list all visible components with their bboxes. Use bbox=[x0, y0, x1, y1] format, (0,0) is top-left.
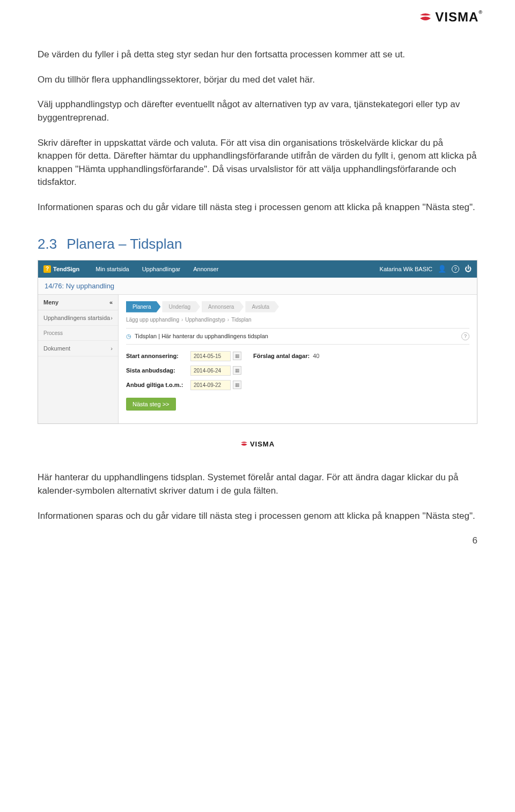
value-suggest-days: 40 bbox=[313, 353, 319, 359]
brand-logo-small: VISMA bbox=[38, 440, 477, 450]
input-last-date[interactable] bbox=[190, 366, 231, 376]
step-planera[interactable]: Planera bbox=[126, 301, 160, 312]
chevron-right-icon: › bbox=[111, 345, 113, 352]
row-start-annonsering: Start annonsering: ▦ Förslag antal dagar… bbox=[126, 351, 469, 361]
app-brand-name: TendSign bbox=[53, 266, 79, 272]
app-screenshot: ? TendSign Min startsida Upphandlingar A… bbox=[38, 260, 477, 424]
step-underlag[interactable]: Underlag bbox=[162, 301, 200, 312]
brand-name: VISMA® bbox=[435, 10, 483, 25]
nav-upphandlingar[interactable]: Upphandlingar bbox=[136, 264, 187, 274]
paragraph-4: Skriv därefter in uppskattat värde och v… bbox=[38, 137, 477, 190]
row-anbud-giltiga: Anbud giltiga t.o.m.: ▦ bbox=[126, 380, 469, 390]
visma-logo-icon bbox=[240, 440, 248, 448]
label-valid: Anbud giltiga t.o.m.: bbox=[126, 382, 190, 388]
label-suggest-days: Förslag antal dagar: bbox=[253, 353, 310, 359]
row-sista-anbudsdag: Sista anbudsdag: ▦ bbox=[126, 366, 469, 376]
help-icon[interactable]: ? bbox=[452, 265, 459, 273]
next-step-button[interactable]: Nästa steg >> bbox=[126, 398, 176, 411]
brand-name-small: VISMA bbox=[250, 440, 275, 448]
step-avsluta[interactable]: Avsluta bbox=[245, 301, 279, 312]
calendar-icon[interactable]: ▦ bbox=[233, 352, 241, 360]
user-icon[interactable]: 👤 bbox=[438, 265, 446, 273]
nav-home[interactable]: Min startsida bbox=[89, 264, 135, 274]
sidebar-menu-header[interactable]: Meny« bbox=[38, 295, 118, 310]
section-number: 2.3 bbox=[38, 236, 57, 252]
app-main: Planera Underlag Annonsera Avsluta Lägg … bbox=[119, 295, 477, 423]
visma-logo-icon bbox=[419, 11, 432, 24]
sidebar-item-dokument[interactable]: Dokument› bbox=[38, 341, 118, 356]
app-subheader: 14/76: Ny upphandling bbox=[38, 278, 477, 295]
steps-row: Planera Underlag Annonsera Avsluta bbox=[126, 301, 469, 312]
paragraph-after-1: Här hanterar du upphandlingens tidsplan.… bbox=[38, 471, 477, 497]
panel-title: Tidsplan | Här hanterar du upphandlingen… bbox=[135, 333, 268, 339]
label-start: Start annonsering: bbox=[126, 353, 190, 359]
chevron-right-icon: › bbox=[111, 315, 113, 321]
breadcrumb: Lägg upp upphandling›Upphandlingstyp›Tid… bbox=[126, 317, 469, 323]
sidebar-group-process: Process bbox=[38, 326, 118, 341]
paragraph-1: De värden du fyller i på detta steg styr… bbox=[38, 48, 477, 62]
power-icon[interactable]: ⏻ bbox=[465, 265, 472, 273]
paragraph-2: Om du tillhör flera upphandlingssektorer… bbox=[38, 73, 477, 87]
crumb-2[interactable]: Upphandlingstyp bbox=[185, 317, 225, 323]
paragraph-after-2: Informationen sparas och du går vidare t… bbox=[38, 510, 477, 523]
section-heading: 2.3Planera – Tidsplan bbox=[38, 236, 477, 252]
nav-annonser[interactable]: Annonser bbox=[187, 264, 225, 274]
app-brand-icon: ? bbox=[43, 265, 51, 273]
crumb-1[interactable]: Lägg upp upphandling bbox=[126, 317, 179, 323]
paragraph-5: Informationen sparas och du går vidare t… bbox=[38, 201, 477, 214]
brand-logo-top: VISMA® bbox=[419, 10, 483, 25]
panel-help-icon[interactable]: ? bbox=[461, 332, 469, 340]
step-annonsera[interactable]: Annonsera bbox=[202, 301, 244, 312]
paragraph-3: Välj upphandlingstyp och därefter eventu… bbox=[38, 98, 477, 124]
collapse-icon: « bbox=[109, 299, 113, 306]
calendar-icon[interactable]: ▦ bbox=[233, 366, 241, 375]
app-sidebar: Meny« Upphandlingens startsida› Process … bbox=[38, 295, 119, 423]
calendar-icon[interactable]: ▦ bbox=[233, 381, 241, 389]
panel-head: ◷ Tidsplan | Här hanterar du upphandling… bbox=[126, 328, 469, 345]
user-name: Katarina Wik BASIC bbox=[380, 266, 432, 272]
clock-icon: ◷ bbox=[126, 333, 131, 340]
crumb-3: Tidsplan bbox=[231, 317, 251, 323]
app-topbar: ? TendSign Min startsida Upphandlingar A… bbox=[38, 260, 477, 278]
page-number: 6 bbox=[473, 535, 477, 546]
sidebar-item-startsida[interactable]: Upphandlingens startsida› bbox=[38, 310, 118, 326]
app-nav: Min startsida Upphandlingar Annonser bbox=[89, 264, 225, 274]
section-title: Planera – Tidsplan bbox=[67, 236, 182, 252]
label-last: Sista anbudsdag: bbox=[126, 367, 190, 374]
input-valid-date[interactable] bbox=[190, 380, 231, 390]
input-start-date[interactable] bbox=[190, 351, 231, 361]
